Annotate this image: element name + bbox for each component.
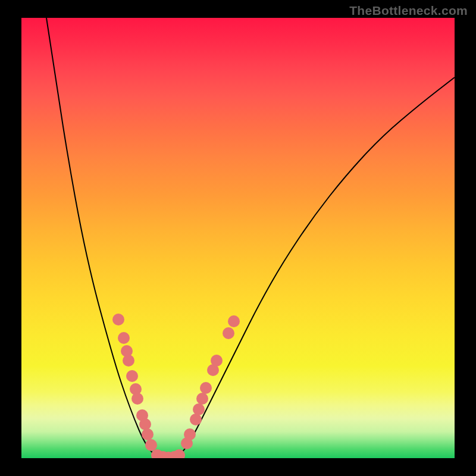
data-point bbox=[196, 393, 208, 405]
bottleneck-curve bbox=[46, 18, 455, 458]
data-point bbox=[200, 382, 212, 394]
data-point bbox=[126, 370, 138, 382]
data-point bbox=[123, 355, 134, 367]
data-point bbox=[145, 439, 157, 451]
data-point bbox=[118, 332, 130, 344]
data-point bbox=[139, 418, 151, 430]
data-point bbox=[228, 315, 240, 327]
data-point bbox=[211, 355, 223, 367]
data-point bbox=[190, 414, 202, 425]
curve-overlay bbox=[21, 18, 455, 458]
data-point bbox=[223, 327, 234, 339]
data-point bbox=[112, 314, 124, 325]
data-point bbox=[142, 428, 154, 440]
data-point bbox=[184, 428, 196, 440]
data-point bbox=[131, 393, 143, 405]
watermark-label: TheBottleneck.com bbox=[349, 4, 468, 18]
data-point bbox=[193, 403, 205, 415]
data-points bbox=[112, 314, 240, 458]
